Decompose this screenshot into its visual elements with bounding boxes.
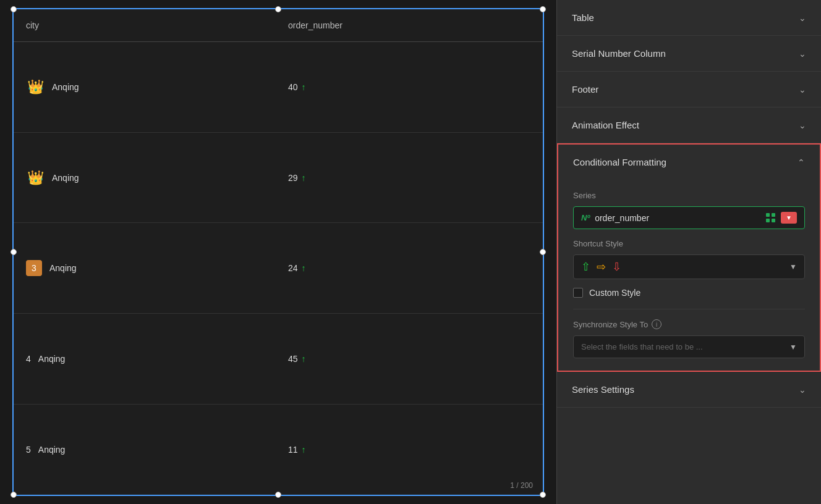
- city-name: Anqing: [38, 445, 66, 455]
- order-number: 29: [288, 173, 298, 183]
- table-row: 👑 Anqing 29 ↑: [14, 132, 543, 223]
- city-name: Anqing: [38, 354, 66, 364]
- section-label-animation: Animation Effect: [572, 120, 639, 130]
- right-panel: Table ⌄ Serial Number Column ⌄ Footer ⌄ …: [556, 0, 821, 504]
- custom-style-row: Custom Style: [573, 288, 805, 298]
- panel-section-animation: Animation Effect ⌄: [557, 107, 821, 143]
- table-cell-value: 29 ↑: [276, 132, 543, 223]
- series-dropdown[interactable]: Nº order_number ▼: [573, 206, 805, 229]
- section-label-serial: Serial Number Column: [572, 48, 666, 59]
- rank-icon-bronze: 3: [26, 260, 42, 276]
- panel-section-table: Table ⌄: [557, 0, 821, 36]
- custom-style-label: Custom Style: [589, 288, 640, 298]
- trend-up-icon: ↑: [302, 173, 306, 183]
- section-header-table[interactable]: Table ⌄: [557, 0, 821, 35]
- col-header-order: order_number: [276, 9, 543, 42]
- sync-dropdown[interactable]: Select the fields that need to be ... ▼: [573, 335, 805, 358]
- col-header-city: city: [14, 9, 276, 42]
- section-label-series-settings: Series Settings: [572, 384, 634, 395]
- resize-handle-mr[interactable]: [540, 249, 546, 255]
- sync-label-text: Synchronize Style To: [573, 320, 648, 329]
- chevron-down-icon: ⌄: [799, 385, 806, 395]
- chevron-down-icon: ⌄: [799, 49, 806, 59]
- table-cell-rank: 👑 Anqing: [14, 42, 276, 133]
- rank-icon-gold: 👑: [26, 79, 45, 95]
- resize-handle-bc[interactable]: [275, 492, 281, 498]
- table-cell-rank: 4 Anqing: [14, 314, 276, 405]
- resize-handle-tc[interactable]: [275, 6, 281, 12]
- rank-number: 5: [26, 445, 31, 455]
- section-header-series-settings[interactable]: Series Settings ⌄: [557, 372, 821, 407]
- city-name: Anqing: [49, 263, 77, 273]
- resize-handle-bl[interactable]: [11, 492, 17, 498]
- order-number: 24: [288, 263, 298, 273]
- chevron-down-icon: ⌄: [799, 120, 806, 130]
- sync-dropdown-arrow-icon: ▼: [789, 343, 797, 351]
- sync-style-section: Synchronize Style To i Select the fields…: [573, 309, 805, 358]
- custom-style-checkbox[interactable]: [573, 288, 583, 298]
- table-cell-value: 40 ↑: [276, 42, 543, 133]
- chevron-down-icon: ⌄: [799, 85, 806, 94]
- resize-handle-ml[interactable]: [11, 249, 17, 255]
- arrow-right-yellow-icon: ⇨: [597, 260, 606, 274]
- chevron-up-icon: ⌃: [798, 158, 805, 167]
- shortcut-arrows: ⇧ ⇨ ⇩: [581, 260, 789, 274]
- order-number: 45: [288, 354, 298, 364]
- section-label-conditional: Conditional Formatting: [573, 157, 666, 167]
- table-row: 4 Anqing 45 ↑: [14, 314, 543, 405]
- panel-section-conditional: Conditional Formatting ⌃ Series Nº order…: [557, 143, 821, 372]
- city-name: Anqing: [52, 82, 79, 92]
- series-no-icon: Nº: [581, 213, 590, 222]
- table-cell-value: 45 ↑: [276, 314, 543, 405]
- grid-icon: [766, 213, 776, 223]
- info-icon: i: [652, 319, 661, 329]
- arrow-up-green-icon: ⇧: [581, 260, 590, 274]
- section-label-footer: Footer: [572, 84, 598, 94]
- section-body-conditional: Series Nº order_number ▼ Shortcut Style …: [558, 180, 820, 371]
- table-row: 👑 Anqing 40 ↑: [14, 42, 543, 133]
- section-header-conditional[interactable]: Conditional Formatting ⌃: [558, 145, 820, 180]
- section-header-animation[interactable]: Animation Effect ⌄: [557, 107, 821, 143]
- table-row: 5 Anqing 11 ↑: [14, 404, 543, 495]
- section-header-footer[interactable]: Footer ⌄: [557, 72, 821, 107]
- panel-section-serial: Serial Number Column ⌄: [557, 36, 821, 72]
- trend-up-icon: ↑: [302, 445, 306, 455]
- table-cell-value: 24 ↑: [276, 223, 543, 314]
- trend-up-icon: ↑: [302, 354, 306, 364]
- arrow-down-red-icon: ⇩: [612, 260, 621, 274]
- table-cell-rank: 3 Anqing: [14, 223, 276, 314]
- panel-section-series-settings: Series Settings ⌄: [557, 372, 821, 408]
- trend-up-icon: ↑: [302, 82, 306, 92]
- rank-icon-silver: 👑: [26, 170, 45, 186]
- rank-number: 4: [26, 354, 31, 364]
- section-label-table: Table: [572, 12, 594, 23]
- shortcut-style-row[interactable]: ⇧ ⇨ ⇩ ▼: [573, 254, 805, 279]
- table-cell-value: 11 ↑: [276, 404, 543, 495]
- order-number: 40: [288, 82, 298, 92]
- section-header-serial[interactable]: Serial Number Column ⌄: [557, 36, 821, 71]
- data-table: city order_number 👑 Anqing 40: [14, 9, 543, 495]
- city-name: Anqing: [52, 173, 79, 183]
- chevron-down-icon: ⌄: [799, 13, 806, 23]
- resize-handle-tr[interactable]: [540, 6, 546, 12]
- order-number: 11: [288, 445, 298, 455]
- table-header-row: city order_number: [14, 9, 543, 42]
- sync-placeholder-text: Select the fields that need to be ...: [581, 342, 789, 351]
- shortcut-style-label: Shortcut Style: [573, 239, 805, 248]
- shortcut-dropdown-chevron-icon[interactable]: ▼: [789, 262, 797, 271]
- dropdown-arrow-icon[interactable]: ▼: [781, 212, 797, 224]
- table-container: city order_number 👑 Anqing 40: [12, 8, 544, 496]
- table-cell-rank: 👑 Anqing: [14, 132, 276, 223]
- table-row: 3 Anqing 24 ↑: [14, 223, 543, 314]
- series-label: Series: [573, 191, 805, 200]
- resize-handle-tl[interactable]: [11, 6, 17, 12]
- page-info: 1 / 200: [510, 481, 533, 490]
- table-cell-rank: 5 Anqing: [14, 404, 276, 495]
- trend-up-icon: ↑: [302, 263, 306, 273]
- resize-handle-br[interactable]: [540, 492, 546, 498]
- series-name-text: order_number: [595, 213, 761, 223]
- sync-label: Synchronize Style To i: [573, 319, 805, 329]
- canvas-area: city order_number 👑 Anqing 40: [0, 0, 556, 504]
- panel-section-footer: Footer ⌄: [557, 72, 821, 107]
